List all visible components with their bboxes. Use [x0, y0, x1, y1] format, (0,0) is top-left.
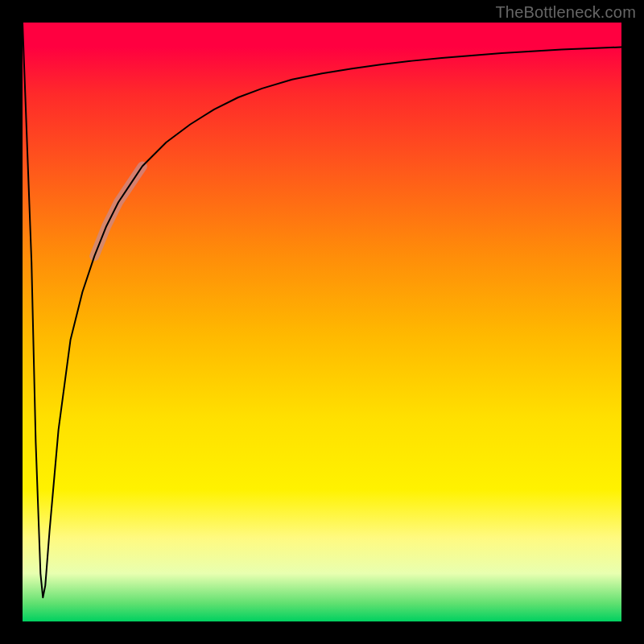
series-highlight-segment [94, 167, 142, 257]
series-bottleneck-curve [23, 23, 621, 597]
chart-container: TheBottleneck.com [0, 0, 644, 644]
watermark-text: TheBottleneck.com [495, 3, 636, 22]
plot-area [23, 23, 621, 621]
curve-svg [23, 23, 621, 621]
